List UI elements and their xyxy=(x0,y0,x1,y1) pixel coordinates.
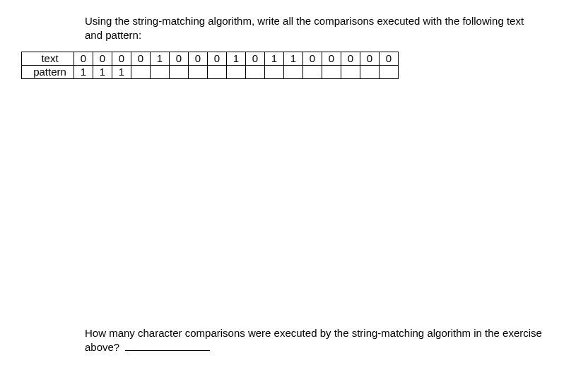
text-cell: 0 xyxy=(380,52,399,65)
text-cell: 0 xyxy=(74,52,93,65)
pattern-row-label: pattern xyxy=(22,65,74,78)
pattern-cell xyxy=(246,65,265,78)
text-cell: 0 xyxy=(246,52,265,65)
pattern-cell xyxy=(284,65,303,78)
pattern-cell xyxy=(341,65,360,78)
pattern-cell xyxy=(151,65,170,78)
text-cell: 1 xyxy=(227,52,246,65)
text-row-label: text xyxy=(22,52,74,65)
text-cell: 0 xyxy=(112,52,131,65)
pattern-cell xyxy=(265,65,284,78)
string-match-table: text 0 0 0 0 1 0 0 0 1 0 1 1 0 0 0 0 0 p… xyxy=(21,52,399,79)
pattern-cell xyxy=(208,65,227,78)
pattern-cell: 1 xyxy=(93,65,112,78)
question-text: How many character comparisons were exec… xyxy=(85,326,560,355)
pattern-cell xyxy=(380,65,399,78)
answer-blank[interactable] xyxy=(125,341,210,352)
text-cell: 0 xyxy=(170,52,189,65)
pattern-cell xyxy=(360,65,380,78)
prompt-text: Using the string-matching algorithm, wri… xyxy=(85,14,539,43)
text-cell: 0 xyxy=(341,52,360,65)
text-cell: 0 xyxy=(303,52,322,65)
pattern-cell xyxy=(131,65,151,78)
text-cell: 1 xyxy=(151,52,170,65)
text-cell: 1 xyxy=(284,52,303,65)
text-row: text 0 0 0 0 1 0 0 0 1 0 1 1 0 0 0 0 0 xyxy=(22,52,399,65)
text-cell: 0 xyxy=(322,52,341,65)
pattern-cell xyxy=(170,65,189,78)
pattern-cell xyxy=(303,65,322,78)
text-cell: 1 xyxy=(265,52,284,65)
pattern-cell xyxy=(227,65,246,78)
text-cell: 0 xyxy=(189,52,208,65)
text-cell: 0 xyxy=(93,52,112,65)
pattern-cell: 1 xyxy=(112,65,131,78)
text-cell: 0 xyxy=(131,52,151,65)
pattern-row: pattern 1 1 1 xyxy=(22,65,399,78)
pattern-cell xyxy=(189,65,208,78)
text-cell: 0 xyxy=(208,52,227,65)
text-cell: 0 xyxy=(360,52,380,65)
pattern-cell: 1 xyxy=(74,65,93,78)
pattern-cell xyxy=(322,65,341,78)
